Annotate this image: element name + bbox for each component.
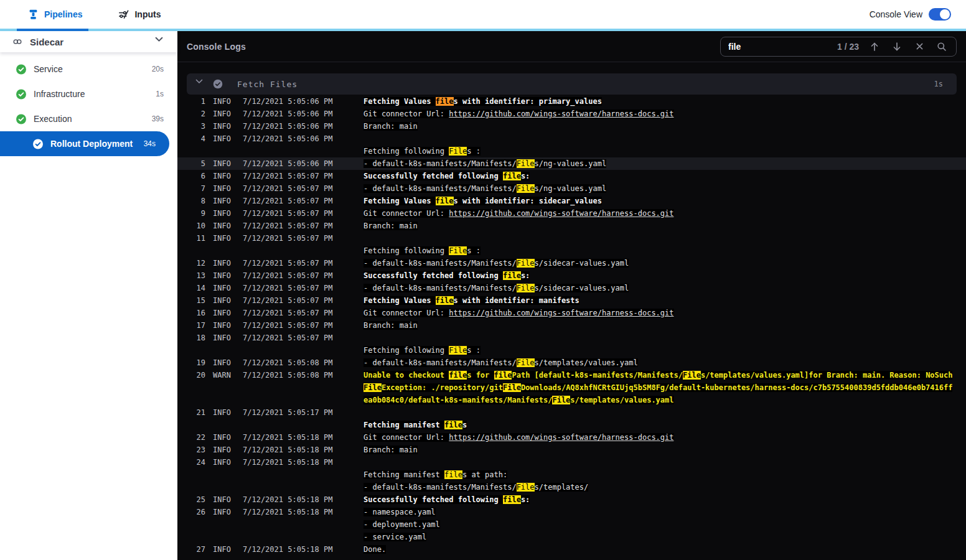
step-item-service[interactable]: Service 20s	[0, 57, 177, 82]
log-message: - default-k8s-manifests/Manifests/Files/…	[363, 182, 957, 195]
log-message: Fetching Values files with identifier: s…	[363, 195, 957, 207]
log-message-text: - default-k8s-manifests/Manifests/Files/…	[363, 483, 588, 492]
log-timestamp: 7/12/2021 5:05:17 PM	[243, 406, 334, 419]
log-timestamp: 7/12/2021 5:05:07 PM	[243, 170, 334, 182]
log-message-text: Unable to checkout files for filePath [d…	[363, 371, 952, 404]
search-match: file	[503, 172, 521, 180]
log-timestamp: 7/12/2021 5:05:07 PM	[243, 282, 334, 294]
log-level	[213, 518, 235, 531]
search-match: File	[449, 346, 467, 355]
search-match: File	[449, 246, 467, 255]
log-level: INFO	[213, 444, 235, 456]
log-timestamp: 7/12/2021 5:05:07 PM	[243, 332, 334, 344]
step-label: Infrastructure	[34, 89, 85, 99]
step-item-execution[interactable]: Execution 39s	[0, 106, 177, 131]
log-line-number: 6	[187, 170, 205, 182]
console-view-control: Console View	[870, 8, 951, 21]
tab-inputs[interactable]: Inputs	[118, 9, 161, 20]
search-match: file	[503, 271, 521, 280]
log-line-number: 4	[187, 133, 205, 145]
console-view-toggle[interactable]	[929, 8, 951, 21]
log-link[interactable]: https://github.com/wings-software/harnes…	[449, 433, 673, 442]
stage-name: Sidecar	[30, 37, 148, 47]
log-level: INFO	[213, 506, 235, 518]
search-match: File	[683, 371, 701, 380]
chevron-down-icon	[195, 79, 204, 89]
step-item-rollout-deployment[interactable]: Rollout Deployment 34s	[0, 131, 169, 156]
log-search-input[interactable]	[728, 42, 828, 52]
log-timestamp	[243, 531, 334, 543]
search-icon[interactable]	[935, 40, 949, 54]
log-line-number: 23	[187, 444, 205, 456]
log-timestamp	[243, 518, 334, 531]
clear-search-button[interactable]	[912, 40, 926, 54]
log-line-number: 27	[187, 543, 205, 556]
log-line: 18INFO7/12/2021 5:05:07 PM	[177, 332, 966, 344]
previous-match-button[interactable]	[868, 40, 881, 54]
stage-link-icon	[12, 37, 22, 47]
log-link[interactable]: https://github.com/wings-software/harnes…	[449, 209, 673, 218]
log-message: Fetching Values files with identifier: m…	[363, 294, 957, 307]
log-message: Successfully fetched following files:	[363, 493, 957, 506]
log-message: Fetching manifest files at path:	[363, 469, 957, 481]
log-message	[363, 232, 957, 245]
stage-sidebar: Sidecar Service 20s Infrastructure 1s	[0, 31, 177, 560]
console-view-label: Console View	[870, 9, 922, 19]
log-level: INFO	[213, 182, 235, 195]
log-line: 4INFO7/12/2021 5:05:06 PM	[177, 133, 966, 145]
search-match: file	[449, 371, 467, 380]
log-line: 27INFO7/12/2021 5:05:18 PMDone.	[177, 543, 966, 556]
success-check-icon	[16, 64, 26, 74]
log-message-text: Fetching Values files with identifier: m…	[363, 296, 579, 305]
log-timestamp: 7/12/2021 5:05:07 PM	[243, 220, 334, 232]
log-message-text: Fetching following Files :	[363, 147, 481, 156]
log-timestamp: 7/12/2021 5:05:18 PM	[243, 431, 334, 444]
log-link[interactable]: https://github.com/wings-software/harnes…	[449, 309, 673, 317]
log-message: Successfully fetched following files:	[363, 170, 957, 182]
search-match: File	[517, 259, 535, 268]
log-timestamp: 7/12/2021 5:05:06 PM	[243, 120, 334, 133]
log-line-number: 25	[187, 493, 205, 506]
log-timestamp	[243, 481, 334, 493]
log-line: 21INFO7/12/2021 5:05:17 PM	[177, 406, 966, 419]
log-timestamp	[243, 419, 334, 431]
log-section-duration: 1s	[934, 80, 948, 88]
log-level: INFO	[213, 357, 235, 369]
step-list: Service 20s Infrastructure 1s Execution …	[0, 52, 177, 156]
log-line-number	[187, 145, 205, 157]
log-message-text: - default-k8s-manifests/Manifests/Files/…	[363, 184, 606, 193]
chevron-down-icon	[155, 37, 165, 47]
log-message-text: Fetching manifest files at path:	[363, 470, 507, 479]
search-match: File	[517, 483, 535, 492]
log-line: 2INFO7/12/2021 5:05:06 PMGit connector U…	[177, 108, 966, 120]
step-label: Service	[34, 64, 63, 74]
log-line-number: 13	[187, 269, 205, 282]
log-timestamp	[243, 344, 334, 357]
log-line: 20WARN7/12/2021 5:05:08 PMUnable to chec…	[177, 369, 966, 406]
log-level: INFO	[213, 195, 235, 207]
log-line-number: 14	[187, 282, 205, 294]
step-item-infrastructure[interactable]: Infrastructure 1s	[0, 82, 177, 106]
log-line-number: 26	[187, 506, 205, 518]
step-duration: 39s	[152, 114, 164, 123]
log-section-fetch-files[interactable]: Fetch Files 1s	[187, 73, 957, 95]
log-timestamp: 7/12/2021 5:05:07 PM	[243, 294, 334, 307]
stage-selector[interactable]: Sidecar	[0, 31, 177, 52]
log-timestamp	[243, 245, 334, 257]
log-message-text: Git connector Url: https://github.com/wi…	[363, 209, 674, 218]
log-message	[363, 332, 957, 344]
log-line-number: 20	[187, 369, 205, 406]
tab-pipelines[interactable]: Pipelines	[28, 9, 82, 20]
log-level: INFO	[213, 332, 235, 344]
log-link[interactable]: https://github.com/wings-software/harnes…	[449, 110, 673, 118]
log-line-number: 11	[187, 232, 205, 245]
next-match-button[interactable]	[890, 40, 904, 54]
step-duration: 1s	[156, 90, 164, 98]
log-line-number: 8	[187, 195, 205, 207]
log-line: Fetching manifest files	[177, 419, 966, 431]
log-message: Branch: main	[363, 444, 957, 456]
log-timestamp: 7/12/2021 5:05:18 PM	[243, 456, 334, 469]
log-timestamp: 7/12/2021 5:05:18 PM	[243, 493, 334, 506]
log-line: 6INFO7/12/2021 5:05:07 PMSuccessfully fe…	[177, 170, 966, 182]
log-line: Fetching manifest files at path:	[177, 469, 966, 481]
